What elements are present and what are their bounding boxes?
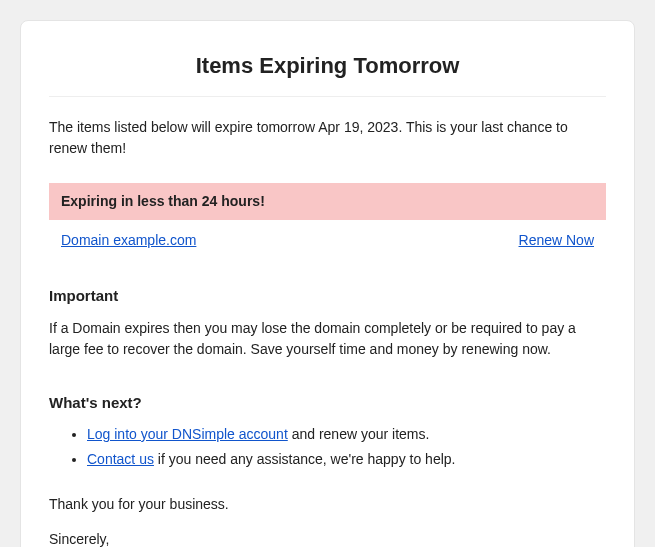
- important-heading: Important: [49, 285, 606, 308]
- renew-now-link[interactable]: Renew Now: [519, 230, 594, 251]
- signoff-line1: Sincerely,: [49, 529, 606, 547]
- login-link[interactable]: Log into your DNSimple account: [87, 426, 288, 442]
- divider: [49, 96, 606, 97]
- important-body: If a Domain expires then you may lose th…: [49, 318, 606, 360]
- contact-link[interactable]: Contact us: [87, 451, 154, 467]
- email-card: Items Expiring Tomorrow The items listed…: [20, 20, 635, 547]
- list-item: Log into your DNSimple account and renew…: [87, 424, 606, 445]
- page-title: Items Expiring Tomorrow: [49, 49, 606, 82]
- list-item-text: and renew your items.: [288, 426, 430, 442]
- list-item-text: if you need any assistance, we're happy …: [154, 451, 456, 467]
- item-row: Domain example.com Renew Now: [49, 220, 606, 255]
- whats-next-heading: What's next?: [49, 392, 606, 415]
- next-steps-list: Log into your DNSimple account and renew…: [49, 424, 606, 470]
- intro-text: The items listed below will expire tomor…: [49, 117, 606, 159]
- list-item: Contact us if you need any assistance, w…: [87, 449, 606, 470]
- expiry-alert: Expiring in less than 24 hours!: [49, 183, 606, 220]
- domain-link[interactable]: Domain example.com: [61, 230, 196, 251]
- thanks: Thank you for your business.: [49, 494, 606, 515]
